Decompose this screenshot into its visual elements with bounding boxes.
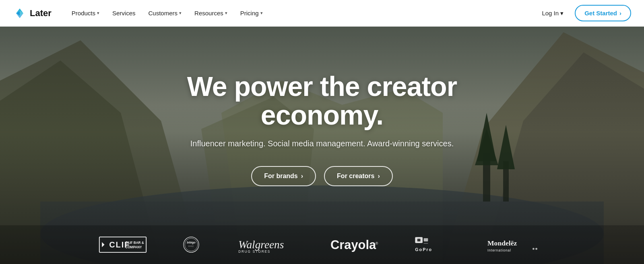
svg-marker-20 (102, 242, 104, 247)
logo-icon (13, 8, 27, 19)
mondelez-logo: Mondelēz International (479, 237, 547, 253)
logo[interactable]: Later (13, 8, 52, 19)
crayola-logo: Crayola ® (326, 237, 382, 253)
get-started-button[interactable]: Get Started › (575, 5, 631, 21)
brands-bar: CLIF CLIF BAR & COMPANY bibigo 비비고 Walgr… (0, 225, 644, 264)
for-creators-button[interactable]: For creators › (324, 166, 393, 186)
clif-bar-logo: CLIF CLIF BAR & COMPANY (97, 237, 149, 253)
hero-content: We power the creator economy. Influencer… (141, 46, 503, 219)
arrow-right-icon: › (301, 173, 303, 180)
svg-point-39 (533, 248, 535, 250)
svg-text:Crayola: Crayola (330, 238, 376, 252)
svg-text:CLIF BAR &: CLIF BAR & (125, 241, 144, 245)
svg-rect-35 (424, 243, 428, 243)
nav-customers[interactable]: Customers ▾ (143, 6, 188, 20)
login-button[interactable]: Log In ▾ (535, 6, 570, 20)
chevron-down-icon: ▾ (97, 10, 99, 16)
hero-section: We power the creator economy. Influencer… (0, 0, 644, 264)
hero-title: We power the creator economy. (141, 72, 503, 130)
nav-services[interactable]: Services (107, 6, 141, 20)
nav-links: Products ▾ Services Customers ▾ Resource… (66, 6, 536, 20)
svg-text:International: International (487, 248, 511, 252)
logo-text: Later (30, 8, 52, 19)
svg-text:GoPro: GoPro (415, 247, 432, 252)
svg-text:DRUG STORES: DRUG STORES (238, 250, 270, 253)
nav-pricing[interactable]: Pricing ▾ (235, 6, 268, 20)
chevron-down-icon: ▾ (560, 10, 564, 17)
svg-point-25 (185, 238, 198, 251)
svg-text:Mondelēz: Mondelēz (487, 239, 517, 247)
gopro-logo: GoPro (407, 237, 455, 253)
nav-resources[interactable]: Resources ▾ (189, 6, 233, 20)
hero-subtitle: Influencer marketing. Social media manag… (190, 139, 454, 148)
walgreens-logo: Walgreens DRUG STORES (233, 237, 302, 253)
hero-ctas: For brands › For creators › (251, 166, 393, 186)
nav-products[interactable]: Products ▾ (66, 6, 105, 20)
svg-point-40 (535, 248, 537, 250)
bibigo-logo: bibigo 비비고 (173, 237, 209, 253)
for-brands-button[interactable]: For brands › (251, 166, 316, 186)
chevron-down-icon: ▾ (179, 10, 182, 16)
chevron-down-icon: ▾ (225, 10, 227, 16)
svg-point-24 (184, 237, 199, 252)
nav-right: Log In ▾ Get Started › (535, 5, 631, 21)
svg-text:®: ® (376, 241, 378, 245)
chevron-down-icon: ▾ (260, 10, 263, 16)
svg-rect-33 (417, 239, 421, 241)
arrow-right-icon: › (378, 173, 380, 180)
svg-text:COMPANY: COMPANY (125, 245, 142, 249)
svg-text:bibigo: bibigo (187, 241, 196, 244)
svg-rect-34 (424, 238, 428, 241)
svg-text:Walgreens: Walgreens (238, 239, 284, 251)
navbar: Later Products ▾ Services Customers ▾ Re… (0, 0, 644, 27)
arrow-right-icon: › (619, 10, 621, 17)
svg-text:비비고: 비비고 (188, 245, 194, 247)
